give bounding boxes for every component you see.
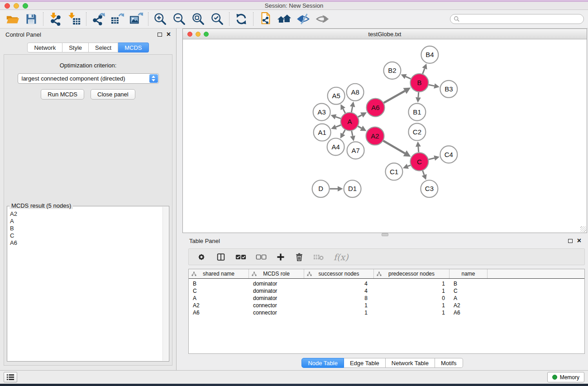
table-row[interactable]: Bdominator41B	[189, 280, 584, 287]
graph-node[interactable]: B1	[408, 104, 425, 121]
graph-edge[interactable]	[331, 124, 341, 129]
deselect-all-button[interactable]	[256, 254, 267, 260]
show-column-button[interactable]	[216, 252, 226, 262]
graph-edge[interactable]	[422, 171, 427, 180]
graph-node[interactable]: A8	[347, 84, 364, 101]
tab-style[interactable]: Style	[62, 43, 89, 52]
graph-edge[interactable]	[358, 112, 367, 118]
float-table-panel-icon[interactable]	[568, 239, 573, 243]
zoom-window-button[interactable]	[23, 3, 28, 9]
graph-edge[interactable]	[331, 114, 341, 119]
zoom-out-button[interactable]	[170, 11, 189, 27]
graph-edge[interactable]	[416, 92, 421, 103]
table-cell[interactable]: 4	[304, 281, 374, 287]
graph-edge[interactable]	[422, 64, 427, 74]
table-cell[interactable]: A6	[189, 310, 249, 316]
export-network-button[interactable]	[89, 11, 108, 27]
graph-edge[interactable]	[401, 74, 411, 79]
graph-edge[interactable]	[358, 126, 367, 131]
minimize-window-button[interactable]	[14, 3, 19, 9]
tab-network[interactable]: Network	[27, 43, 62, 52]
table-cell[interactable]: A2	[449, 302, 488, 309]
zoom-selected-button[interactable]	[208, 11, 227, 27]
graph-edge[interactable]	[383, 141, 411, 157]
function-builder-icon[interactable]: f(x)	[334, 252, 349, 262]
tab-mcds[interactable]: MCDS	[118, 43, 148, 52]
close-network-button[interactable]	[187, 32, 192, 37]
network-canvas[interactable]: AA1A2A3A4A5A6A7A8BB1B2B3B4CC1C2C3C4DD1	[183, 40, 587, 233]
graph-edge[interactable]	[403, 164, 411, 169]
tab-network-table[interactable]: Network Table	[386, 358, 435, 368]
tab-motifs[interactable]: Motifs	[435, 358, 463, 368]
table-cell[interactable]: C	[189, 288, 249, 294]
table-header-cell[interactable]: shared name	[189, 269, 249, 278]
table-cell[interactable]: dominator	[249, 281, 304, 287]
zoom-in-button[interactable]	[151, 11, 170, 27]
minimize-network-button[interactable]	[196, 32, 201, 37]
graph-node[interactable]: A	[341, 113, 359, 131]
tab-edge-table[interactable]: Edge Table	[344, 358, 386, 368]
graph-node[interactable]: A2	[366, 127, 384, 145]
graph-edge[interactable]	[429, 155, 440, 160]
export-table-button[interactable]	[108, 11, 127, 27]
select-all-button[interactable]	[235, 254, 246, 260]
table-row[interactable]: Cdominator41C	[189, 287, 584, 295]
import-table-button[interactable]	[65, 11, 84, 27]
mcds-result-item[interactable]: C	[8, 232, 162, 239]
close-panel-button[interactable]: Close panel	[91, 89, 135, 100]
graph-node[interactable]: C4	[440, 146, 457, 163]
mcds-result-item[interactable]: A2	[8, 210, 162, 218]
table-cell[interactable]: 8	[304, 295, 374, 301]
graph-node[interactable]: B4	[421, 46, 438, 63]
table-row[interactable]: A6connector11A6	[189, 309, 584, 316]
home-button[interactable]	[275, 11, 294, 27]
table-cell[interactable]: dominator	[249, 295, 304, 301]
table-cell[interactable]: A	[189, 295, 249, 301]
table-cell[interactable]: A6	[449, 310, 488, 316]
table-cell[interactable]: connector	[249, 310, 304, 316]
graph-node[interactable]: B3	[440, 81, 457, 98]
table-cell[interactable]: B	[449, 281, 488, 287]
graph-node[interactable]: A7	[347, 142, 364, 159]
graph-node[interactable]: A5	[328, 87, 345, 105]
table-cell[interactable]: dominator	[249, 288, 304, 294]
import-network-button[interactable]	[46, 11, 65, 27]
graph-node[interactable]: B	[410, 74, 428, 92]
delete-column-button[interactable]	[295, 253, 304, 262]
graph-node[interactable]: C1	[385, 163, 402, 180]
graph-edge[interactable]	[350, 101, 355, 112]
graph-node[interactable]: C	[410, 152, 428, 171]
refresh-button[interactable]	[232, 11, 251, 27]
save-session-button[interactable]	[22, 11, 41, 27]
zoom-fit-button[interactable]	[189, 11, 208, 27]
table-cell[interactable]: C	[449, 288, 488, 294]
table-cell[interactable]: A	[449, 295, 488, 301]
memory-button[interactable]: Memory	[547, 372, 584, 382]
list-scrollbar[interactable]	[163, 207, 168, 361]
table-header-cell[interactable]: name	[449, 269, 488, 278]
graph-edge[interactable]	[340, 130, 345, 138]
table-header-cell[interactable]: predecessor nodes	[374, 269, 449, 278]
add-column-button[interactable]	[276, 253, 285, 262]
table-cell[interactable]: 1	[374, 302, 449, 309]
table-cell[interactable]: 1	[374, 310, 449, 316]
close-panel-icon[interactable]: ×	[167, 32, 171, 37]
graph-edge[interactable]	[416, 141, 421, 152]
run-mcds-button[interactable]: Run MCDS	[41, 89, 84, 100]
select-stepper[interactable]	[149, 74, 158, 83]
graph-node[interactable]: A6	[367, 99, 385, 117]
table-row[interactable]: A2connector11A2	[189, 302, 584, 309]
graph-node[interactable]: A3	[313, 104, 330, 121]
copy-network-view-button[interactable]	[256, 11, 275, 27]
graph-node[interactable]: C3	[421, 180, 438, 197]
table-cell[interactable]: A2	[189, 302, 249, 309]
tab-node-table[interactable]: Node Table	[301, 358, 344, 368]
graph-edge[interactable]	[350, 131, 355, 141]
delete-table-button[interactable]	[313, 253, 324, 261]
task-history-button[interactable]	[4, 372, 17, 382]
table-cell[interactable]: 1	[304, 310, 374, 316]
graph-edge[interactable]	[429, 83, 440, 89]
search-input[interactable]	[450, 14, 584, 24]
hide-selected-button[interactable]	[294, 11, 313, 27]
graph-edge[interactable]	[384, 88, 411, 103]
